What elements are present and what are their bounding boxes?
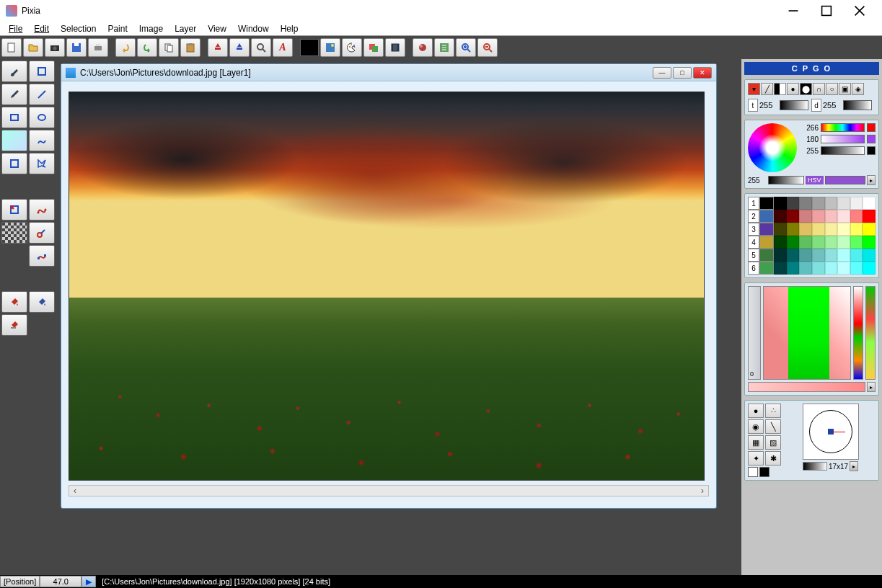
mode-icon-1[interactable]: ▾ — [748, 83, 760, 95]
lasso-tool[interactable] — [29, 153, 55, 174]
zoom-in-button[interactable] — [456, 38, 476, 57]
copy-button[interactable] — [159, 38, 179, 57]
scroll-right-arrow[interactable]: › — [697, 486, 708, 496]
palette-cell-1-5[interactable] — [837, 210, 850, 223]
document-close-button[interactable]: ✕ — [693, 67, 712, 79]
brush-hatch-icon[interactable]: ▨ — [765, 435, 781, 450]
scroll-left-arrow[interactable]: ‹ — [69, 486, 81, 496]
open-file-button[interactable] — [23, 38, 43, 57]
hue-swatch[interactable] — [867, 123, 876, 132]
palette-cell-4-7[interactable] — [863, 249, 876, 262]
palette-row-1[interactable]: 1 — [748, 197, 759, 210]
palette-cell-1-3[interactable] — [812, 210, 825, 223]
bezier-tool[interactable] — [29, 199, 55, 220]
palette-cell-4-0[interactable] — [774, 249, 787, 262]
palette-cell-0-2[interactable] — [799, 197, 812, 210]
palette-thumb-5[interactable] — [759, 249, 774, 262]
palette-cell-5-3[interactable] — [812, 262, 825, 275]
fill-red-tool[interactable] — [1, 291, 27, 313]
rectangle-tool[interactable] — [1, 107, 27, 128]
palette-cell-5-4[interactable] — [825, 262, 838, 275]
gradient-column-2[interactable] — [865, 286, 876, 380]
palette-cell-1-1[interactable] — [787, 210, 800, 223]
text-button[interactable]: A — [273, 38, 293, 57]
gradient-next-button[interactable]: ▸ — [867, 382, 876, 392]
palette-cell-3-3[interactable] — [812, 236, 825, 249]
palette-cell-4-2[interactable] — [799, 249, 812, 262]
menu-paint[interactable]: Paint — [102, 22, 133, 35]
color-wheel[interactable] — [748, 123, 797, 172]
palette-row-6[interactable]: 6 — [748, 262, 759, 275]
palette-cell-3-2[interactable] — [799, 236, 812, 249]
print-button[interactable] — [88, 38, 108, 57]
film-button[interactable] — [385, 38, 405, 57]
transparency-tool[interactable] — [1, 222, 27, 244]
camera-button[interactable] — [45, 38, 65, 57]
background-swatch[interactable] — [759, 467, 769, 477]
mode-icon-2[interactable]: ╱ — [761, 83, 773, 95]
palette-cell-1-6[interactable] — [850, 210, 863, 223]
palette-thumb-2[interactable] — [759, 210, 774, 223]
brush-diamond-icon[interactable]: ✦ — [748, 451, 764, 466]
palette-cell-3-5[interactable] — [837, 236, 850, 249]
palette-cell-3-1[interactable] — [787, 236, 800, 249]
foreground-swatch[interactable] — [748, 467, 758, 477]
palette-cell-1-7[interactable] — [863, 210, 876, 223]
save-button[interactable] — [66, 38, 87, 57]
palette-cell-5-2[interactable] — [799, 262, 812, 275]
palette-row-3[interactable]: 3 — [748, 223, 759, 236]
brush-preview[interactable] — [803, 404, 859, 460]
menu-file[interactable]: File — [3, 22, 28, 35]
val-slider[interactable] — [821, 146, 865, 155]
palette-cell-2-7[interactable] — [863, 223, 876, 236]
palette-cell-4-4[interactable] — [825, 249, 838, 262]
zoom-out-button[interactable] — [477, 38, 498, 57]
palette-cell-2-4[interactable] — [825, 223, 838, 236]
brush-size-next-button[interactable]: ▸ — [850, 461, 858, 471]
menu-edit[interactable]: Edit — [28, 22, 55, 35]
image-adjust-button[interactable] — [320, 38, 340, 57]
mode-icon-6[interactable]: ∩ — [813, 83, 825, 95]
redo-button[interactable] — [137, 38, 157, 57]
window-close-button[interactable] — [843, 0, 876, 22]
palette-cell-5-0[interactable] — [774, 262, 787, 275]
play-button[interactable]: ▶ — [81, 576, 96, 587]
hsv-gray-slider[interactable] — [768, 176, 804, 184]
palette-cell-3-0[interactable] — [774, 236, 787, 249]
mode-icon-4[interactable]: ● — [787, 83, 799, 95]
sat-slider[interactable] — [821, 135, 865, 143]
hsv-bar[interactable] — [825, 176, 865, 184]
crop-tool[interactable] — [1, 153, 27, 174]
palette-cell-3-4[interactable] — [825, 236, 838, 249]
gradient-column-1[interactable] — [853, 286, 863, 380]
menu-selection[interactable]: Selection — [55, 22, 102, 35]
cancel-selection-tool[interactable] — [1, 199, 27, 220]
palette-cell-2-5[interactable] — [837, 223, 850, 236]
palette-cell-2-3[interactable] — [812, 223, 825, 236]
brush-size-slider[interactable] — [803, 462, 827, 471]
mode-icon-3[interactable] — [774, 83, 786, 95]
hue-slider[interactable] — [821, 123, 865, 132]
palette-cell-2-2[interactable] — [799, 223, 812, 236]
sat-swatch[interactable] — [867, 135, 876, 143]
brush-round-icon[interactable]: ● — [748, 404, 764, 418]
ellipse-tool[interactable] — [29, 107, 55, 128]
line-tool[interactable] — [29, 84, 55, 105]
document-minimize-button[interactable]: — — [653, 67, 671, 79]
layers-button[interactable] — [363, 38, 384, 57]
document-titlebar[interactable]: C:\Users\Jon\Pictures\download.jpg [Laye… — [61, 64, 716, 81]
palette-cell-3-6[interactable] — [850, 236, 863, 249]
palette-thumb-1[interactable] — [759, 197, 774, 210]
palette-cell-5-1[interactable] — [787, 262, 800, 275]
palette-thumb-4[interactable] — [759, 236, 774, 249]
palette-cell-1-0[interactable] — [774, 210, 787, 223]
menu-view[interactable]: View — [202, 22, 232, 35]
palette-thumb-3[interactable] — [759, 223, 774, 236]
palette-cell-2-1[interactable] — [787, 223, 800, 236]
mode-icon-7[interactable]: ○ — [826, 83, 838, 95]
palette-cell-2-6[interactable] — [850, 223, 863, 236]
window-maximize-button[interactable] — [810, 0, 843, 22]
brush-soft-icon[interactable]: ◉ — [748, 419, 764, 434]
gradient-ruler[interactable]: 0 — [748, 286, 761, 380]
menu-window[interactable]: Window — [232, 22, 275, 35]
